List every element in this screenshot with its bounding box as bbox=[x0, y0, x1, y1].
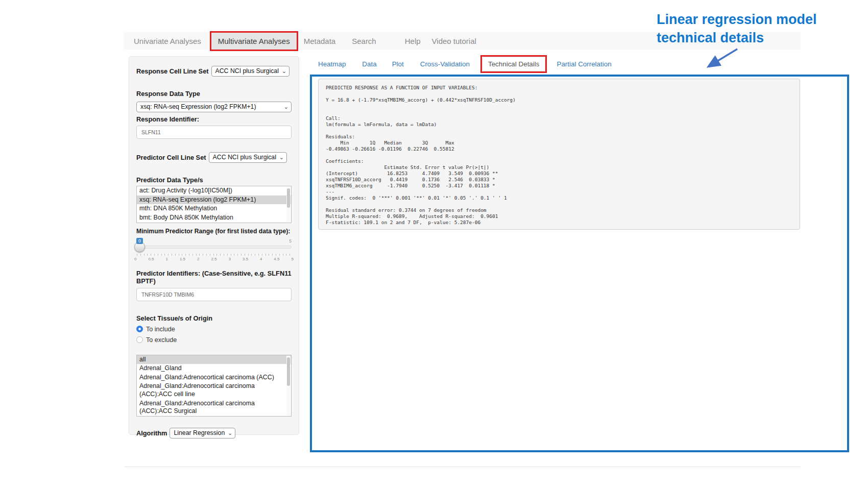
chevron-down-icon: ⌄ bbox=[284, 104, 288, 110]
slider-ticks bbox=[137, 254, 291, 256]
tab-cross-validation[interactable]: Cross-Validation bbox=[415, 57, 475, 71]
app-page: Univariate Analyses Multivariate Analyse… bbox=[0, 0, 868, 488]
tab-technical-details[interactable]: Technical Details bbox=[482, 57, 545, 71]
nav-item-univariate-analyses[interactable]: Univariate Analyses bbox=[130, 33, 205, 49]
result-tabs: Heatmap Data Plot Cross-Validation Techn… bbox=[312, 55, 617, 73]
algorithm-select[interactable]: Linear Regression ⌄ bbox=[170, 428, 235, 438]
slider-track[interactable] bbox=[136, 246, 292, 249]
scrollbar-track[interactable] bbox=[286, 187, 291, 222]
algorithm-row: Algorithm Linear Regression ⌄ bbox=[136, 428, 292, 438]
min-predictor-range-slider: 0 5 00.511.522.533.544.55 bbox=[136, 238, 292, 262]
chevron-down-icon: ⌄ bbox=[279, 154, 284, 161]
scrollbar-track[interactable] bbox=[286, 356, 291, 416]
nav-item-search[interactable]: Search bbox=[348, 33, 380, 49]
scrollbar-thumb[interactable] bbox=[287, 188, 290, 208]
radio-to-exclude[interactable] bbox=[136, 336, 143, 343]
predictor-identifiers-label: Predictor Identifiers: (Case-Sensitive, … bbox=[136, 270, 292, 285]
tab-technical-details-highlight: Technical Details bbox=[480, 55, 547, 73]
list-item-selected[interactable]: all bbox=[137, 355, 291, 364]
response-cell-line-set-select[interactable]: ACC NCI plus Surgical ⌄ bbox=[211, 66, 290, 77]
annotation-arrow-icon bbox=[698, 45, 744, 74]
radio-to-include[interactable] bbox=[136, 326, 143, 332]
response-identifier-label: Response Identifier: bbox=[136, 115, 292, 123]
tissue-include-radio-row: To include bbox=[136, 326, 292, 333]
predictor-cell-line-set-label: Predictor Cell Line Set bbox=[136, 154, 206, 161]
response-data-type-select[interactable]: xsq: RNA-seq Expression (log2 FPKM+1) ⌄ bbox=[136, 102, 292, 112]
lm-output-console: PREDICTED RESPONSE AS A FUNCTION OF INPU… bbox=[318, 79, 800, 230]
scrollbar-thumb[interactable] bbox=[287, 357, 290, 386]
tab-data[interactable]: Data bbox=[356, 57, 382, 71]
response-identifier-input[interactable]: SLFN11 bbox=[136, 126, 292, 139]
radio-to-exclude-label: To exclude bbox=[146, 336, 177, 344]
slider-value-badge: 0 bbox=[136, 238, 143, 244]
list-item[interactable]: Adrenal_Gland:Adrenocortical carcinoma (… bbox=[137, 399, 291, 416]
slider-tick-labels: 00.511.522.533.544.55 bbox=[134, 257, 294, 261]
list-item[interactable]: mth: DNA 850K Methylation bbox=[137, 204, 291, 213]
annotation-callout: Linear regression model technical detail… bbox=[657, 10, 817, 47]
slider-max-label: 5 bbox=[289, 238, 292, 243]
radio-to-include-label: To include bbox=[146, 326, 175, 333]
tab-partial-correlation[interactable]: Partial Correlation bbox=[551, 57, 617, 71]
predictor-data-types-list: act: Drug Activity (-log10[IC50M]) xsq: … bbox=[136, 186, 292, 223]
technical-details-panel: PREDICTED RESPONSE AS A FUNCTION OF INPU… bbox=[310, 75, 849, 452]
predictor-identifiers-input[interactable]: TNFRSF10D TMBIM6 bbox=[136, 288, 292, 301]
min-predictor-range-label: Minimum Predictor Range (for first liste… bbox=[136, 228, 292, 235]
algorithm-label: Algorithm bbox=[136, 429, 167, 437]
response-data-type-label: Response Data Type bbox=[136, 90, 292, 97]
chevron-down-icon: ⌄ bbox=[282, 68, 286, 75]
tissue-origin-list: all Adrenal_Gland Adrenal_Gland:Adrenoco… bbox=[136, 355, 292, 417]
list-item[interactable]: Adrenal_Gland:Adrenocortical carcinoma (… bbox=[137, 373, 291, 382]
annotation-line-1: Linear regression model bbox=[657, 10, 817, 29]
nav-item-metadata[interactable]: Metadata bbox=[300, 33, 340, 49]
tissue-exclude-radio-row: To exclude bbox=[136, 336, 292, 344]
predictor-cell-line-set-select[interactable]: ACC NCI plus Surgical ⌄ bbox=[209, 152, 287, 163]
list-item[interactable]: Adrenal_Gland:Adrenocortical carcinoma (… bbox=[137, 382, 291, 399]
nav-item-video-tutorial[interactable]: Video tutorial bbox=[428, 33, 480, 49]
controls-sidebar: Response Cell Line Set ACC NCI plus Surg… bbox=[129, 56, 299, 435]
response-cell-line-set-label: Response Cell Line Set bbox=[136, 67, 209, 75]
list-item[interactable]: bmt: Body DNA 850K Methylation bbox=[137, 213, 291, 223]
response-cell-line-set-row: Response Cell Line Set ACC NCI plus Surg… bbox=[136, 66, 292, 77]
nav-item-help[interactable]: Help bbox=[401, 33, 424, 49]
tab-heatmap[interactable]: Heatmap bbox=[312, 57, 351, 71]
list-item[interactable]: act: Drug Activity (-log10[IC50M]) bbox=[137, 186, 291, 196]
predictor-data-types-label: Predictor Data Type/s bbox=[136, 176, 292, 184]
footer-divider bbox=[124, 467, 801, 467]
list-item[interactable]: Adrenal_Gland bbox=[137, 364, 291, 373]
tissue-origin-label: Select Tissue/s of Origin bbox=[136, 314, 292, 322]
tab-plot[interactable]: Plot bbox=[387, 57, 409, 71]
chevron-down-icon: ⌄ bbox=[228, 430, 232, 436]
predictor-cell-line-set-row: Predictor Cell Line Set ACC NCI plus Sur… bbox=[136, 152, 292, 163]
list-item-selected[interactable]: xsq: RNA-seq Expression (log2 FPKM+1) bbox=[137, 196, 291, 205]
nav-item-multivariate-analyses[interactable]: Multivariate Analyses bbox=[210, 31, 298, 51]
